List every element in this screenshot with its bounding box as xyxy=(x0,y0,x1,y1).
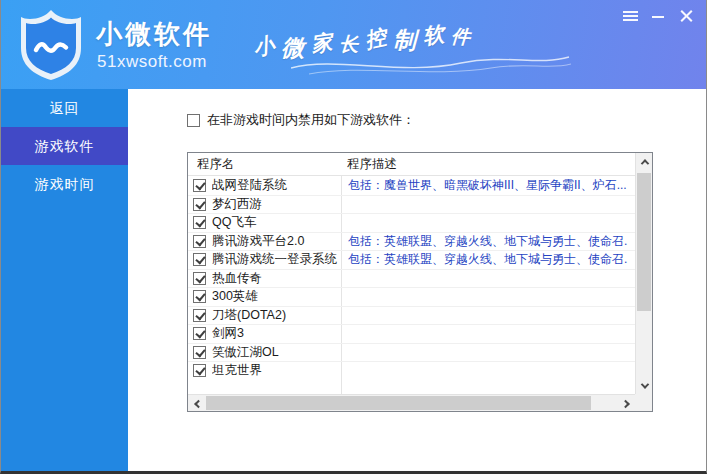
scroll-down-button[interactable] xyxy=(636,377,653,394)
row-checkbox[interactable] xyxy=(193,179,206,192)
sidebar: 返回游戏软件游戏时间 xyxy=(1,89,128,471)
app-title: 小微软件 xyxy=(96,17,212,52)
window-controls xyxy=(623,8,694,24)
scroll-right-button[interactable] xyxy=(618,395,635,412)
app-window: 小微软件 51xwsoft.com 小微家长控制软件 返回游戏软件游戏时间 在非… xyxy=(0,0,707,474)
program-name: 战网登陆系统 xyxy=(212,177,340,194)
program-name: 热血传奇 xyxy=(212,270,340,287)
menu-icon[interactable] xyxy=(623,9,638,23)
column-header-program-name[interactable]: 程序名 xyxy=(188,153,341,175)
chevron-right-icon xyxy=(621,399,629,407)
chevron-left-icon xyxy=(194,399,202,407)
row-checkbox[interactable] xyxy=(193,253,206,266)
slogan-flourish xyxy=(291,52,571,80)
program-name: 剑网3 xyxy=(212,325,340,342)
disable-option-label: 在非游戏时间内禁用如下游戏软件： xyxy=(207,111,415,129)
shield-wave-logo-icon xyxy=(19,8,83,82)
table-row[interactable]: 战网登陆系统包括：魔兽世界、暗黑破坏神III、星际争霸II、炉石... xyxy=(188,177,635,196)
table-row[interactable]: 300英雄 xyxy=(188,288,635,307)
scrollbar-corner xyxy=(635,394,652,411)
app-website: 51xwsoft.com xyxy=(97,52,207,72)
program-name: 腾讯游戏平台2.0 xyxy=(212,233,340,250)
program-desc: 包括：魔兽世界、暗黑破坏神III、星际争霸II、炉石... xyxy=(348,177,628,194)
program-name: 刀塔(DOTA2) xyxy=(212,307,340,324)
header: 小微软件 51xwsoft.com 小微家长控制软件 xyxy=(1,0,707,89)
table-row[interactable]: 热血传奇 xyxy=(188,270,635,289)
table-header: 程序名 程序描述 xyxy=(188,153,635,176)
program-name: QQ飞车 xyxy=(212,214,340,231)
vertical-scroll-thumb[interactable] xyxy=(637,173,651,311)
slogan-char: 软 xyxy=(421,19,453,51)
program-desc: 包括：英雄联盟、穿越火线、地下城与勇士、使命召... xyxy=(348,251,628,268)
column-header-program-desc[interactable]: 程序描述 xyxy=(341,153,397,175)
table-row[interactable]: QQ飞车 xyxy=(188,214,635,233)
sidebar-item-2[interactable]: 游戏时间 xyxy=(1,165,128,203)
program-name: 腾讯游戏统一登录系统 xyxy=(212,251,340,268)
horizontal-scrollbar[interactable] xyxy=(188,394,635,411)
disable-option-row: 在非游戏时间内禁用如下游戏软件： xyxy=(187,112,415,128)
program-name: 坦克世界 xyxy=(212,362,340,377)
scroll-up-button[interactable] xyxy=(636,153,653,170)
row-checkbox[interactable] xyxy=(193,198,206,211)
horizontal-scroll-thumb[interactable] xyxy=(206,396,591,410)
row-checkbox[interactable] xyxy=(193,364,206,377)
slogan-char: 件 xyxy=(450,23,477,50)
program-name: 梦幻西游 xyxy=(212,196,340,213)
row-checkbox[interactable] xyxy=(193,346,206,359)
game-list-table: 程序名 程序描述 战网登陆系统包括：魔兽世界、暗黑破坏神III、星际争霸II、炉… xyxy=(187,152,653,412)
table-row[interactable]: 腾讯游戏平台2.0包括：英雄联盟、穿越火线、地下城与勇士、使命召... xyxy=(188,233,635,252)
sidebar-item-0[interactable]: 返回 xyxy=(1,89,128,127)
vertical-scrollbar[interactable] xyxy=(635,153,652,394)
table-row[interactable]: 剑网3 xyxy=(188,325,635,344)
program-desc: 包括：英雄联盟、穿越火线、地下城与勇士、使命召... xyxy=(348,233,628,250)
slogan-char: 小 xyxy=(251,29,284,62)
main-panel: 在非游戏时间内禁用如下游戏软件： 程序名 程序描述 战网登陆系统包括：魔兽世界、… xyxy=(128,89,706,471)
slogan-char: 控 xyxy=(362,21,395,54)
table-row[interactable]: 刀塔(DOTA2) xyxy=(188,307,635,326)
table-row[interactable]: 坦克世界 xyxy=(188,362,635,377)
row-checkbox[interactable] xyxy=(193,290,206,303)
row-checkbox[interactable] xyxy=(193,309,206,322)
table-row[interactable]: 腾讯游戏统一登录系统包括：英雄联盟、穿越火线、地下城与勇士、使命召... xyxy=(188,251,635,270)
minimize-icon[interactable] xyxy=(651,9,666,23)
table-row[interactable]: 梦幻西游 xyxy=(188,196,635,215)
chevron-down-icon xyxy=(640,380,648,388)
row-checkbox[interactable] xyxy=(193,272,206,285)
row-checkbox[interactable] xyxy=(193,235,206,248)
program-name: 300英雄 xyxy=(212,288,340,305)
scroll-left-button[interactable] xyxy=(188,395,205,412)
sidebar-item-1[interactable]: 游戏软件 xyxy=(1,127,128,165)
close-icon[interactable] xyxy=(679,9,694,23)
row-checkbox[interactable] xyxy=(193,327,206,340)
table-row[interactable]: 笑傲江湖OL xyxy=(188,344,635,363)
row-checkbox[interactable] xyxy=(193,216,206,229)
disable-option-checkbox[interactable] xyxy=(187,114,200,127)
table-body: 战网登陆系统包括：魔兽世界、暗黑破坏神III、星际争霸II、炉石...梦幻西游Q… xyxy=(188,177,635,377)
chevron-up-icon xyxy=(640,159,648,167)
program-name: 笑傲江湖OL xyxy=(212,344,340,361)
